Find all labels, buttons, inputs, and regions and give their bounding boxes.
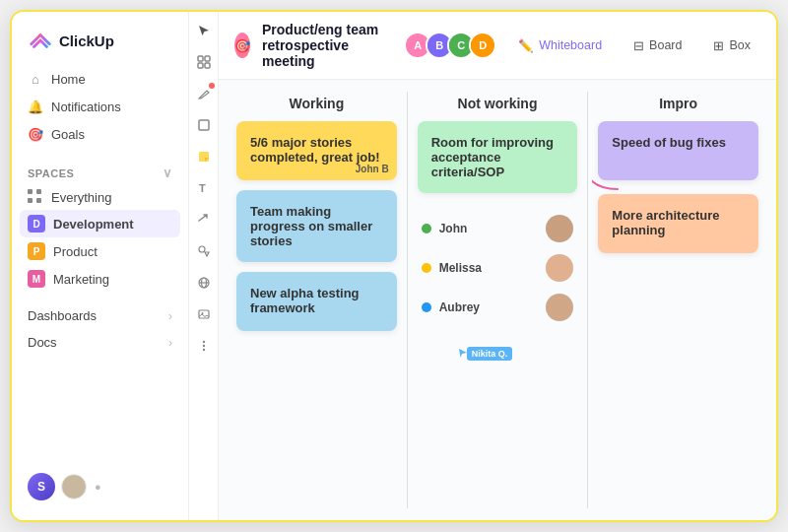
image-tool[interactable] [193,303,215,325]
aubrey-dot [422,302,431,312]
card-imp2-text: More architecture planning [612,208,719,237]
sidebar-item-product[interactable]: P Product [20,237,180,265]
development-label: Development [53,217,134,232]
melissa-dot [422,263,431,273]
not-working-header: Not working [412,92,584,121]
card-nw1-wrapper: Room for improving acceptance criteria/S… [418,121,578,193]
home-icon: ⌂ [28,71,43,87]
clickup-logo-icon [28,28,53,53]
meeting-icon: 🎯 [234,33,250,58]
svg-point-7 [199,246,205,252]
topbar: 🎯 Product/eng team retrospective meeting… [219,12,776,80]
card-w1-tag: John B [356,164,389,174]
bell-icon: 🔔 [28,99,43,114]
sidebar-item-dashboards[interactable]: Dashboards › [20,302,180,329]
chevron-right-icon-docs: › [168,336,172,350]
box-icon: ⊞ [713,38,724,53]
aubrey-avatar [546,294,573,321]
card-w3[interactable]: New alpha testing framework [236,272,397,331]
bottom-sections: Dashboards › Docs › [12,302,188,356]
square-tool[interactable] [193,114,215,136]
card-imp2[interactable]: More architecture planning [598,194,758,253]
shapes-tool[interactable] [193,240,215,262]
main-content: 🎯 Product/eng team retrospective meeting… [219,12,776,520]
pen-tool[interactable] [193,83,215,104]
card-w1-text: 5/6 major stories completed, great job! [250,135,379,165]
sidebar-item-marketing[interactable]: M Marketing [20,265,180,293]
svg-text:T: T [199,182,206,194]
board-label: Board [649,38,682,52]
box-tab[interactable]: ⊞ Box [703,34,760,57]
sidebar-item-notifications-label: Notifications [51,100,121,114]
sidebar-item-home[interactable]: ⌂ Home [20,65,180,93]
chevron-right-icon: › [168,309,172,323]
svg-rect-0 [198,56,203,61]
improvement-cards: Speed of bug fixes More architecture pla… [592,121,764,508]
product-dot: P [28,242,45,260]
spaces-section: Spaces ∨ Everything D Development P Prod… [12,156,188,293]
product-label: Product [53,244,98,259]
globe-tool[interactable] [193,272,215,294]
user-row-john: John [418,209,578,248]
board-area: Working 5/6 major stories completed, gre… [219,80,776,520]
working-column: Working 5/6 major stories completed, gre… [230,92,403,508]
sidebar: ClickUp ⌂ Home 🔔 Notifications 🎯 Goals S… [12,12,189,520]
arrow-annotation-icon [592,155,627,194]
box-label: Box [729,38,751,52]
card-nw1[interactable]: Room for improving acceptance criteria/S… [418,121,578,193]
sidebar-nav: ⌂ Home 🔔 Notifications 🎯 Goals [12,65,188,148]
card-imp2-wrapper: More architecture planning [598,194,758,253]
card-nw1-text: Room for improving acceptance criteria/S… [431,135,554,179]
card-w1[interactable]: 5/6 major stories completed, great job! … [236,121,397,180]
improvement-column: Impro Speed of bug fixes More architectu… [592,92,764,508]
card-imp1-text: Speed of bug fixes [612,135,726,150]
logo-text: ClickUp [59,33,114,49]
user-profile[interactable]: S ● [12,465,188,508]
sidebar-item-notifications[interactable]: 🔔 Notifications [20,93,180,120]
logo: ClickUp [12,24,188,65]
whiteboard-label: Whiteboard [539,38,602,52]
svg-rect-5 [199,152,209,162]
sidebar-item-goals-label: Goals [51,127,85,142]
avatar-4: D [469,32,496,59]
card-w2-text: Team making progress on smaller stories [250,204,372,248]
frame-tool[interactable] [193,51,215,73]
svg-point-14 [202,345,204,347]
svg-rect-2 [198,63,203,68]
docs-label: Docs [28,335,57,350]
melissa-label: Melissa [439,261,482,275]
svg-rect-1 [205,56,210,61]
user-photo-avatar [61,474,87,499]
card-w3-text: New alpha testing framework [250,286,360,315]
improvement-header: Impro [592,92,764,121]
working-header: Working [230,92,403,121]
not-working-column: Not working Room for improving acceptanc… [412,92,584,508]
sidebar-item-goals[interactable]: 🎯 Goals [20,120,180,148]
john-avatar [546,215,573,242]
not-working-cards: Room for improving acceptance criteria/S… [412,121,584,508]
more-tools[interactable] [193,335,215,357]
user-initial-avatar: S [28,473,55,500]
sidebar-item-development[interactable]: D Development [20,210,180,237]
spaces-header: Spaces ∨ [12,156,188,184]
divider-1 [407,92,408,508]
meeting-title: Product/eng team retrospective meeting [262,22,380,69]
dashboards-label: Dashboards [28,308,97,323]
arrow-tool[interactable] [193,209,215,231]
text-tool[interactable]: T [193,177,215,199]
sidebar-item-everything[interactable]: Everything [20,184,180,210]
svg-point-15 [202,349,204,351]
participants-avatars: A B C D [404,32,496,59]
user-row-melissa: Melissa [418,248,578,288]
online-indicator: ● [95,481,101,493]
card-w2[interactable]: Team making progress on smaller stories [236,190,397,262]
whiteboard-tab[interactable]: ✏️ Whiteboard [508,34,612,57]
user-row-aubrey: Aubrey [418,288,578,327]
cursor-tool[interactable] [193,20,215,41]
board-tab[interactable]: ⊟ Board [624,34,691,57]
sidebar-item-docs[interactable]: Docs › [20,329,180,356]
john-label: John [439,222,468,235]
board-icon: ⊟ [633,38,644,53]
working-cards: 5/6 major stories completed, great job! … [230,121,403,508]
sticky-tool[interactable] [193,146,215,167]
